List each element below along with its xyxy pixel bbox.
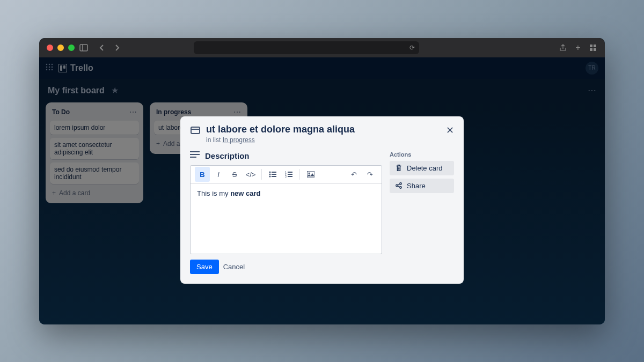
maximize-window-icon[interactable] bbox=[68, 45, 75, 51]
share-icon bbox=[395, 182, 402, 189]
card-icon bbox=[190, 125, 201, 138]
titlebar-right: + bbox=[559, 43, 597, 52]
svg-rect-20 bbox=[190, 151, 200, 152]
description-icon bbox=[190, 151, 200, 161]
svg-point-23 bbox=[269, 172, 271, 173]
svg-point-36 bbox=[309, 173, 310, 174]
modal-main: Description B I S </> 123 ↶ bbox=[190, 151, 382, 274]
numbered-list-button[interactable]: 123 bbox=[281, 167, 296, 182]
svg-rect-5 bbox=[594, 48, 596, 51]
svg-point-37 bbox=[396, 184, 398, 187]
image-button[interactable] bbox=[303, 167, 318, 182]
close-modal-button[interactable]: ✕ bbox=[442, 123, 457, 138]
bullet-list-button[interactable] bbox=[265, 167, 280, 182]
trash-icon bbox=[395, 164, 402, 172]
svg-line-41 bbox=[398, 186, 400, 187]
card-title[interactable]: ut labore et dolore magna aliqua bbox=[206, 124, 355, 135]
code-button[interactable]: </> bbox=[243, 167, 258, 182]
modal-header: ut labore et dolore magna aliqua in list… bbox=[190, 124, 454, 144]
svg-point-25 bbox=[269, 174, 271, 175]
modal-sidebar: Actions Delete card Share bbox=[390, 151, 454, 274]
window-controls bbox=[47, 45, 75, 51]
undo-button[interactable]: ↶ bbox=[346, 167, 361, 182]
svg-rect-22 bbox=[190, 157, 196, 158]
actions-label: Actions bbox=[390, 151, 454, 158]
italic-button[interactable]: I bbox=[211, 167, 226, 182]
share-icon[interactable] bbox=[559, 43, 567, 52]
description-editor: B I S </> 123 ↶ ↷ bbox=[190, 165, 382, 254]
editor-toolbar: B I S </> 123 ↶ ↷ bbox=[191, 166, 382, 184]
svg-rect-3 bbox=[594, 45, 596, 47]
svg-point-39 bbox=[400, 187, 402, 189]
svg-point-27 bbox=[269, 176, 271, 178]
list-link[interactable]: In progress bbox=[223, 136, 255, 144]
editor-textarea[interactable]: This is my new card bbox=[191, 184, 382, 254]
redo-button[interactable]: ↷ bbox=[362, 167, 377, 182]
minimize-window-icon[interactable] bbox=[57, 45, 64, 51]
svg-rect-18 bbox=[191, 127, 200, 134]
svg-rect-30 bbox=[288, 172, 292, 173]
close-window-icon[interactable] bbox=[47, 45, 53, 51]
svg-rect-35 bbox=[307, 171, 314, 178]
forward-icon[interactable] bbox=[112, 43, 122, 53]
svg-rect-24 bbox=[272, 172, 276, 173]
tabs-overview-icon[interactable] bbox=[589, 43, 597, 52]
svg-text:3: 3 bbox=[285, 175, 287, 178]
svg-rect-0 bbox=[80, 45, 87, 51]
new-tab-icon[interactable]: + bbox=[574, 43, 582, 52]
svg-rect-34 bbox=[288, 176, 292, 177]
save-button[interactable]: Save bbox=[190, 260, 219, 274]
reload-icon[interactable]: ⟳ bbox=[409, 44, 415, 51]
svg-rect-21 bbox=[190, 154, 200, 155]
svg-rect-2 bbox=[590, 45, 592, 47]
svg-rect-26 bbox=[272, 174, 276, 175]
description-label: Description bbox=[205, 151, 250, 160]
svg-rect-4 bbox=[590, 48, 592, 51]
nav-controls bbox=[97, 43, 122, 53]
card-modal: ✕ ut labore et dolore magna aliqua in li… bbox=[180, 116, 464, 284]
delete-card-button[interactable]: Delete card bbox=[390, 161, 454, 175]
share-button[interactable]: Share bbox=[390, 179, 454, 193]
card-list-context: in list In progress bbox=[206, 136, 355, 144]
cancel-button[interactable]: Cancel bbox=[223, 263, 245, 271]
browser-window: ⟳ + Trello TR My first board ★ ⋯ To Do ⋯… bbox=[39, 38, 605, 324]
sidebar-toggle-icon[interactable] bbox=[79, 43, 89, 53]
strikethrough-button[interactable]: S bbox=[227, 167, 242, 182]
svg-point-38 bbox=[400, 183, 402, 185]
url-bar[interactable]: ⟳ bbox=[194, 41, 419, 54]
svg-rect-28 bbox=[272, 176, 276, 177]
svg-line-40 bbox=[398, 184, 400, 185]
svg-rect-32 bbox=[288, 174, 292, 175]
bold-button[interactable]: B bbox=[195, 167, 210, 182]
titlebar: ⟳ + bbox=[39, 38, 605, 57]
back-icon[interactable] bbox=[97, 43, 107, 53]
